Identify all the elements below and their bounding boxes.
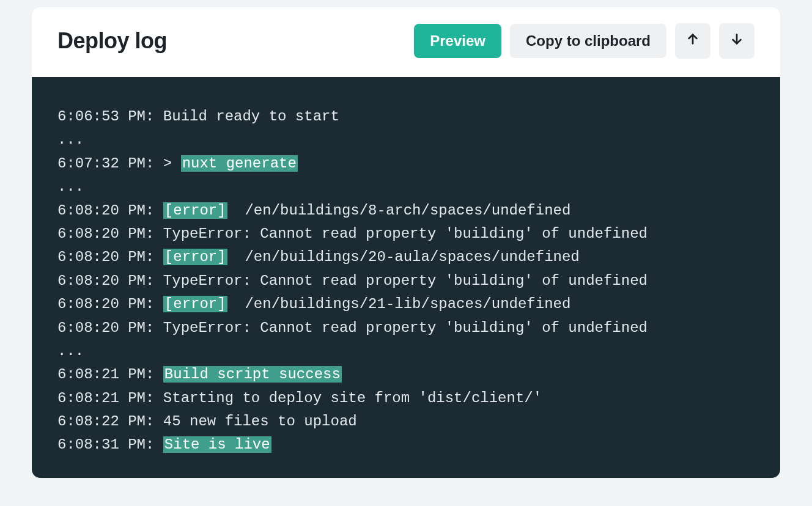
log-timestamp: 6:08:20 PM: [57, 273, 163, 289]
log-segment: Site is live [163, 436, 271, 453]
log-segment: [error] [163, 296, 227, 312]
header: Deploy log Preview Copy to clipboard [32, 7, 780, 77]
log-segment: /en/buildings/8-arch/spaces/undefined [227, 202, 571, 219]
log-line: 6:08:20 PM: TypeError: Cannot read prope… [57, 317, 755, 340]
deploy-log-output: 6:06:53 PM: Build ready to start...6:07:… [32, 77, 780, 478]
page-title: Deploy log [57, 28, 167, 54]
log-segment: TypeError: Cannot read property 'buildin… [163, 273, 648, 289]
log-line: ... [57, 128, 755, 152]
log-line: 6:08:20 PM: [error] /en/buildings/20-aul… [57, 246, 755, 269]
log-segment: 45 new files to upload [163, 413, 357, 430]
log-line: 6:08:20 PM: TypeError: Cannot read prope… [57, 222, 755, 246]
log-line: 6:08:31 PM: Site is live [57, 433, 755, 457]
scroll-down-button[interactable] [719, 23, 755, 59]
log-timestamp: 6:08:22 PM: [57, 413, 163, 430]
log-timestamp: 6:08:31 PM: [57, 436, 163, 453]
log-segment: Starting to deploy site from 'dist/clien… [163, 390, 542, 406]
log-line: 6:08:21 PM: Starting to deploy site from… [57, 387, 755, 410]
log-line: 6:07:32 PM: > nuxt generate [57, 152, 755, 175]
log-segment: nuxt generate [181, 155, 298, 172]
arrow-down-icon [730, 32, 744, 50]
log-line: 6:08:20 PM: [error] /en/buildings/21-lib… [57, 293, 755, 316]
log-segment: TypeError: Cannot read property 'buildin… [163, 320, 648, 336]
log-timestamp: 6:08:21 PM: [57, 390, 163, 406]
arrow-up-icon [686, 32, 699, 50]
log-segment: > [163, 155, 181, 172]
log-timestamp: 6:08:20 PM: [57, 296, 163, 312]
log-segment: Build ready to start [163, 108, 339, 125]
log-line: 6:08:21 PM: Build script success [57, 363, 755, 386]
scroll-up-button[interactable] [675, 23, 711, 59]
log-timestamp: 6:08:20 PM: [57, 249, 163, 265]
log-line: 6:06:53 PM: Build ready to start [57, 105, 755, 128]
log-segment: [error] [163, 202, 227, 219]
copy-to-clipboard-button[interactable]: Copy to clipboard [510, 24, 666, 58]
log-segment: [error] [163, 249, 227, 265]
log-segment: Build script success [163, 366, 342, 383]
log-timestamp: 6:08:20 PM: [57, 226, 163, 242]
log-timestamp: 6:08:20 PM: [57, 202, 163, 219]
log-timestamp: 6:08:20 PM: [57, 320, 163, 336]
log-timestamp: 6:07:32 PM: [57, 155, 163, 172]
header-actions: Preview Copy to clipboard [414, 23, 755, 59]
log-line: ... [57, 340, 755, 363]
preview-button[interactable]: Preview [414, 24, 501, 58]
log-line: ... [57, 175, 755, 199]
log-timestamp: 6:08:21 PM: [57, 366, 163, 383]
log-line: 6:08:22 PM: 45 new files to upload [57, 410, 755, 433]
log-segment: /en/buildings/21-lib/spaces/undefined [227, 296, 571, 312]
log-line: 6:08:20 PM: TypeError: Cannot read prope… [57, 270, 755, 293]
log-timestamp: 6:06:53 PM: [57, 108, 163, 125]
deploy-log-card: Deploy log Preview Copy to clipboard 6:0… [32, 7, 780, 478]
log-segment: TypeError: Cannot read property 'buildin… [163, 226, 648, 242]
log-segment: /en/buildings/20-aula/spaces/undefined [227, 249, 580, 265]
log-line: 6:08:20 PM: [error] /en/buildings/8-arch… [57, 199, 755, 222]
